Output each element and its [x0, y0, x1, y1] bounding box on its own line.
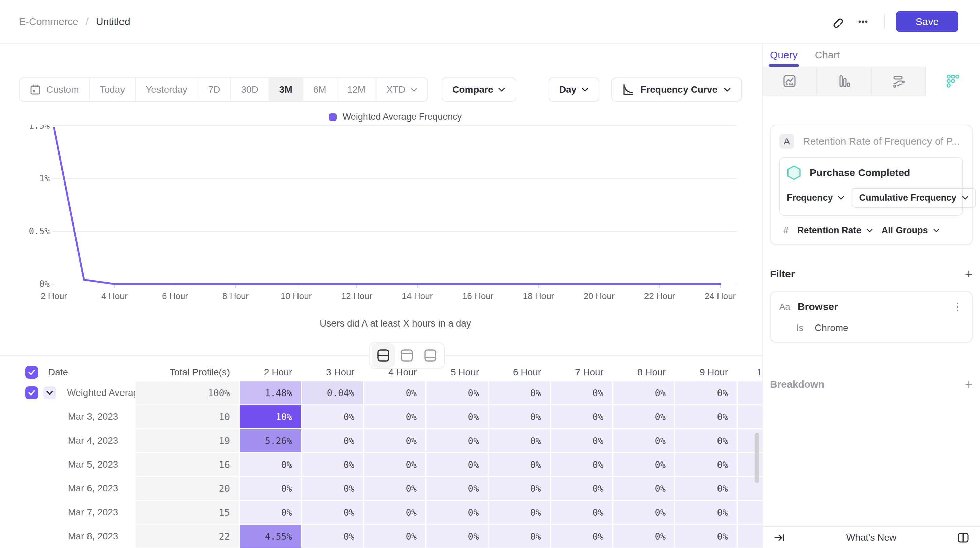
chart-mode-dropdown[interactable]: Frequency Curve: [611, 77, 742, 102]
retention-cell[interactable]: 0%: [364, 429, 425, 452]
retention-cell[interactable]: 4.55%: [240, 525, 301, 548]
chart-legend[interactable]: Weighted Average Frequency: [54, 112, 737, 122]
range-30d[interactable]: 30D: [231, 78, 269, 101]
retention-cell[interactable]: 0%: [675, 429, 737, 452]
query-title-input[interactable]: Retention Rate of Frequency of P...: [803, 135, 960, 147]
breadcrumb-project[interactable]: E-Commerce: [19, 16, 78, 27]
retention-cell[interactable]: 0%: [302, 477, 363, 500]
retention-cell[interactable]: 0%: [613, 453, 675, 476]
retention-cell[interactable]: 0%: [551, 381, 612, 404]
range-3m[interactable]: 3M: [269, 78, 303, 101]
frequency-type-dropdown[interactable]: Cumulative Frequency: [852, 188, 976, 208]
retention-cell[interactable]: 0%: [551, 429, 612, 452]
retention-cell[interactable]: 0%: [240, 477, 301, 500]
frequency-line-chart[interactable]: 1.5%1%0.5%0%2 Hour4 Hour6 Hour8 Hour10 H…: [0, 124, 762, 357]
retention-cell[interactable]: 0%: [488, 453, 550, 476]
retention-cell[interactable]: 0%: [738, 501, 762, 524]
compare-button[interactable]: Compare: [442, 77, 516, 102]
split-view-toggle[interactable]: [372, 343, 395, 368]
retention-cell[interactable]: 0%: [302, 429, 363, 452]
row-expander-chevron[interactable]: [43, 386, 56, 399]
retention-cell[interactable]: 0%: [426, 381, 488, 404]
metric-dropdown[interactable]: Retention Rate: [797, 225, 873, 236]
range-7d[interactable]: 7D: [198, 78, 231, 101]
retention-cell[interactable]: 0.04%: [302, 381, 363, 404]
filter-kebab-menu-icon[interactable]: ⋮: [952, 300, 963, 313]
retention-cell[interactable]: 0%: [364, 405, 425, 428]
column-header[interactable]: 3 Hour: [302, 367, 363, 378]
whats-new-link[interactable]: What's New: [846, 532, 897, 543]
retention-cell[interactable]: 0%: [551, 453, 612, 476]
column-header[interactable]: 6 Hour: [488, 367, 550, 378]
filter-property[interactable]: Browser: [798, 301, 945, 312]
retention-cell[interactable]: 0%: [364, 501, 425, 524]
column-header[interactable]: Date: [0, 366, 135, 379]
add-filter-button[interactable]: +: [965, 267, 973, 281]
table-vertical-scrollbar[interactable]: [754, 433, 759, 483]
retention-cell[interactable]: 5.26%: [240, 429, 301, 452]
retention-cell[interactable]: 0%: [488, 501, 550, 524]
retention-cell[interactable]: 0%: [364, 453, 425, 476]
range-yesterday[interactable]: Yesterday: [135, 78, 198, 101]
granularity-dropdown[interactable]: Day: [549, 77, 600, 102]
more-options-icon[interactable]: [852, 11, 873, 32]
range-6m[interactable]: 6M: [303, 78, 337, 101]
table-row[interactable]: Mar 6, 2023200%0%0%0%0%0%0%0%0%: [0, 477, 762, 500]
column-header[interactable]: Total Profile(s): [135, 367, 239, 378]
column-header[interactable]: 2 Hour: [240, 367, 301, 378]
row-checkbox[interactable]: [25, 386, 38, 399]
range-today[interactable]: Today: [89, 78, 135, 101]
retention-cell[interactable]: 0%: [613, 501, 675, 524]
filter-operator[interactable]: Is: [796, 323, 803, 333]
retention-cell[interactable]: 0%: [240, 453, 301, 476]
retention-cell[interactable]: 0%: [488, 405, 550, 428]
retention-cell[interactable]: 0%: [302, 501, 363, 524]
retention-cell[interactable]: 0%: [426, 429, 488, 452]
retention-cell[interactable]: 0%: [613, 525, 675, 548]
retention-cell[interactable]: 0%: [675, 525, 737, 548]
retention-cell[interactable]: 0%: [302, 525, 363, 548]
retention-cell[interactable]: 10%: [240, 405, 301, 428]
retention-cell[interactable]: 0%: [551, 405, 612, 428]
range-custom[interactable]: Custom: [19, 78, 89, 101]
retention-cell[interactable]: 0%: [613, 429, 675, 452]
retention-cell[interactable]: 0%: [426, 525, 488, 548]
table-row[interactable]: Weighted Average ...100%1.48%0.04%0%0%0%…: [0, 381, 762, 404]
bar-chart-type-icon[interactable]: [817, 67, 872, 96]
select-all-checkbox[interactable]: [25, 366, 38, 379]
retention-cell[interactable]: 0%: [426, 477, 488, 500]
range-xtd[interactable]: XTD: [376, 78, 427, 101]
retention-cell[interactable]: 0%: [364, 477, 425, 500]
retention-cell[interactable]: 0%: [738, 525, 762, 548]
retention-cell[interactable]: 0%: [551, 501, 612, 524]
retention-cell[interactable]: 0%: [738, 381, 762, 404]
retention-cell[interactable]: 0%: [426, 453, 488, 476]
column-header[interactable]: 10 Hour: [738, 367, 762, 378]
retention-cell[interactable]: 0%: [675, 405, 737, 428]
groups-dropdown[interactable]: All Groups: [882, 225, 940, 236]
chart-only-view-toggle[interactable]: [395, 343, 418, 368]
retention-cell[interactable]: 0%: [488, 477, 550, 500]
retention-cell[interactable]: 0%: [613, 405, 675, 428]
retention-cell[interactable]: 0%: [675, 477, 737, 500]
save-button[interactable]: Save: [896, 11, 958, 32]
retention-cell[interactable]: 0%: [364, 381, 425, 404]
retention-cell[interactable]: 0%: [551, 525, 612, 548]
panel-layout-icon[interactable]: [955, 529, 971, 546]
column-header[interactable]: 9 Hour: [675, 367, 737, 378]
insights-chart-type-icon[interactable]: [763, 67, 817, 96]
retention-cell[interactable]: 0%: [364, 525, 425, 548]
add-breakdown-button[interactable]: +: [965, 378, 973, 391]
table-row[interactable]: Mar 5, 2023160%0%0%0%0%0%0%0%0%: [0, 453, 762, 476]
retention-cell[interactable]: 0%: [426, 405, 488, 428]
retention-chart-type-icon[interactable]: [926, 67, 980, 96]
retention-cell[interactable]: 0%: [240, 501, 301, 524]
retention-cell[interactable]: 0%: [675, 453, 737, 476]
tab-chart[interactable]: Chart: [815, 49, 840, 67]
breadcrumb-report-title[interactable]: Untitled: [96, 16, 130, 27]
retention-cell[interactable]: 0%: [613, 381, 675, 404]
table-row[interactable]: Mar 7, 2023150%0%0%0%0%0%0%0%0%: [0, 501, 762, 524]
retention-cell[interactable]: 0%: [613, 477, 675, 500]
retention-cell[interactable]: 0%: [302, 405, 363, 428]
retention-cell[interactable]: 0%: [302, 453, 363, 476]
